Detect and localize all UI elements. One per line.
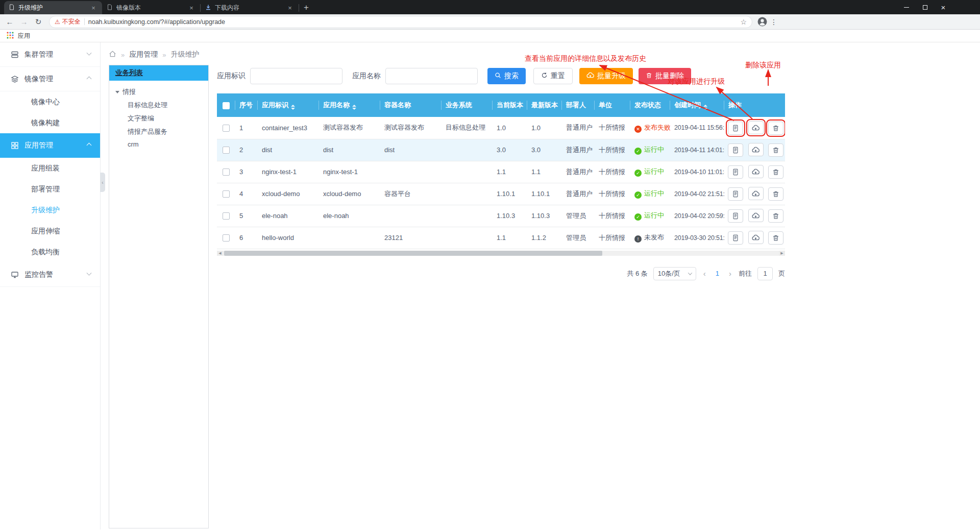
browser-tab-image-version[interactable]: 镜像版本 × (102, 1, 200, 14)
upgrade-button[interactable] (748, 209, 764, 222)
sidebar-item-scale[interactable]: 应用伸缩 (0, 221, 100, 242)
caret-down-icon[interactable] (115, 91, 119, 93)
col-app-id[interactable]: 应用标识 (258, 93, 319, 117)
security-warning[interactable]: ⚠ 不安全 (55, 17, 81, 26)
new-tab-button[interactable]: + (299, 1, 313, 14)
sidebar-item-deploy[interactable]: 部署管理 (0, 179, 100, 200)
tree-node[interactable]: 目标信息处理 (109, 99, 208, 112)
status-icon (634, 235, 642, 243)
status-icon (634, 148, 642, 155)
tree-node[interactable]: crm (109, 138, 208, 150)
sidebar-collapse-handle[interactable]: ‹ (100, 173, 105, 192)
upgrade-button[interactable] (748, 165, 764, 178)
view-detail-button[interactable] (728, 143, 743, 157)
forward-icon[interactable]: → (17, 17, 31, 26)
bookmark-star-icon[interactable]: ☆ (740, 18, 747, 26)
current-page[interactable]: 1 (713, 270, 722, 277)
upgrade-button[interactable] (748, 187, 764, 200)
sidebar-item-image-center[interactable]: 镜像中心 (0, 91, 100, 112)
view-detail-button[interactable] (728, 231, 743, 245)
delete-button[interactable] (768, 165, 783, 179)
sidebar-item-application[interactable]: 应用管理 (0, 133, 100, 158)
tree-node[interactable]: 情报产品服务 (109, 125, 208, 138)
table-row[interactable]: 6 hello-world 23121 1.1 1.1.2 管理员 十所情报 未… (217, 227, 785, 249)
delete-button[interactable] (768, 209, 783, 223)
close-button[interactable]: × (934, 0, 952, 14)
back-icon[interactable]: ← (3, 17, 16, 26)
delete-button[interactable] (768, 122, 783, 135)
batch-upgrade-button[interactable]: 批量升级 (579, 68, 633, 84)
scroll-right-icon[interactable]: ▶ (779, 251, 785, 256)
upgrade-button[interactable] (748, 143, 764, 156)
sidebar-submenu-image: 镜像中心 镜像构建 (0, 91, 100, 133)
sidebar-item-monitor[interactable]: 监控告警 (0, 262, 100, 287)
goto-page-input[interactable] (757, 267, 773, 280)
delete-button[interactable] (768, 143, 783, 157)
select-all-checkbox[interactable] (223, 102, 230, 109)
upgrade-button[interactable] (748, 231, 764, 244)
prev-page-icon[interactable]: ‹ (702, 269, 707, 278)
address-bar[interactable]: ⚠ 不安全 noah.kuibuxingkong.com/?#/applicat… (49, 16, 752, 28)
view-detail-button[interactable] (728, 209, 743, 223)
tree-node[interactable]: 文字整编 (109, 112, 208, 125)
view-detail-button[interactable] (728, 187, 743, 201)
tab-close-icon[interactable]: × (187, 4, 195, 12)
sort-icon[interactable] (291, 105, 295, 110)
profile-avatar[interactable] (757, 17, 767, 27)
col-created[interactable]: 创建时间 (670, 93, 724, 117)
sort-icon[interactable] (703, 105, 707, 110)
sidebar-item-cluster[interactable]: 集群管理 (0, 42, 100, 67)
table-row[interactable]: 4 xcloud-demo xcloud-demo 容器平台 1.10.1 1.… (217, 183, 785, 205)
table-row[interactable]: 2 dist dist dist 3.0 3.0 普通用户 十所情报 运行中 2… (217, 139, 785, 161)
cell-app-id: nginx-test-1 (258, 161, 319, 183)
scrollbar-thumb[interactable] (224, 251, 602, 256)
tab-close-icon[interactable]: × (89, 4, 97, 12)
delete-button[interactable] (768, 187, 783, 201)
upgrade-button[interactable] (748, 121, 764, 134)
app-name-input[interactable] (385, 68, 478, 84)
application-table: 序号 应用标识 应用名称 容器名称 业务系统 当前版本 最新版本 部署人 单位 … (217, 93, 785, 249)
col-actions: 操作 (724, 93, 785, 117)
delete-button[interactable] (768, 231, 783, 245)
row-checkbox[interactable] (223, 234, 230, 242)
scroll-left-icon[interactable]: ◀ (217, 251, 223, 256)
tree-node-root[interactable]: 情报 (109, 85, 208, 99)
col-app-name[interactable]: 应用名称 (319, 93, 380, 117)
minimize-button[interactable] (897, 0, 916, 14)
scrollbar-track[interactable] (223, 251, 779, 256)
page-size-select[interactable]: 10条/页 (653, 267, 696, 280)
reload-icon[interactable]: ↻ (32, 17, 45, 27)
business-list-header[interactable]: 业务列表 (109, 65, 208, 81)
cell-no: 5 (235, 205, 258, 227)
view-detail-button[interactable] (728, 122, 743, 135)
browser-tab-upgrade[interactable]: 升级维护 × (4, 1, 102, 14)
row-checkbox[interactable] (223, 190, 230, 198)
sidebar-item-image[interactable]: 镜像管理 (0, 67, 100, 91)
table-row[interactable]: 1 container_test3 测试容器发布 测试容器发布 目标信息处理 1… (217, 117, 785, 139)
sidebar-item-load-balance[interactable]: 负载均衡 (0, 242, 100, 262)
browser-menu-icon[interactable]: ⋮ (768, 18, 779, 26)
tab-close-icon[interactable]: × (286, 4, 294, 12)
row-checkbox[interactable] (223, 212, 230, 220)
app-bar-title[interactable]: 应用 (18, 32, 30, 40)
table-row[interactable]: 3 nginx-test-1 nginx-test-1 1.1 1.1 普通用户… (217, 161, 785, 183)
reset-button[interactable]: 重置 (533, 68, 573, 84)
app-id-input[interactable] (250, 68, 342, 84)
row-checkbox[interactable] (223, 125, 230, 132)
browser-tab-downloads[interactable]: 下载内容 × (201, 1, 299, 14)
status-icon (634, 213, 642, 221)
sidebar-item-upgrade[interactable]: 升级维护 (0, 200, 100, 221)
row-checkbox[interactable] (223, 168, 230, 176)
sort-icon[interactable] (352, 105, 356, 110)
next-page-icon[interactable]: › (727, 269, 733, 278)
table-row[interactable]: 5 ele-noah ele-noah 1.10.3 1.10.3 管理员 十所… (217, 205, 785, 227)
apps-grid-icon[interactable] (7, 32, 14, 40)
view-detail-button[interactable] (728, 165, 743, 179)
breadcrumb-item[interactable]: 应用管理 (129, 50, 158, 59)
sidebar-item-app-assemble[interactable]: 应用组装 (0, 158, 100, 179)
maximize-button[interactable] (916, 0, 934, 14)
home-icon[interactable] (109, 50, 116, 59)
row-checkbox[interactable] (223, 147, 230, 154)
search-button[interactable]: 搜索 (487, 68, 526, 84)
sidebar-item-image-build[interactable]: 镜像构建 (0, 112, 100, 133)
